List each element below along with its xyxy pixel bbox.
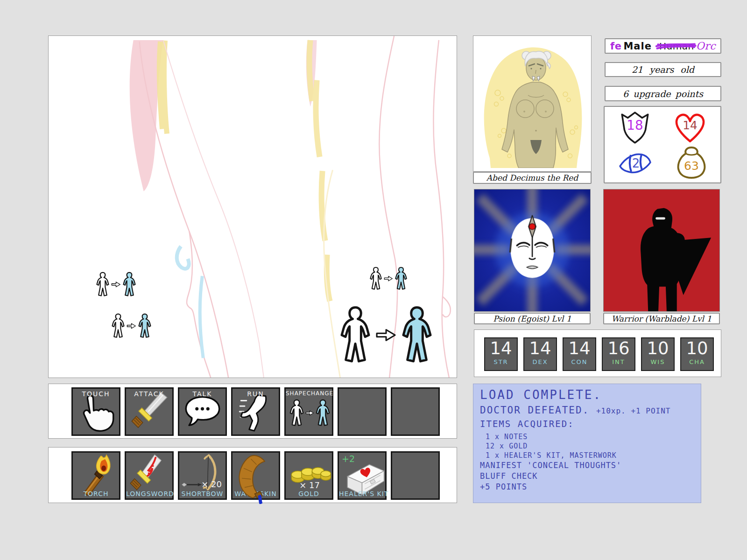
attr-cha[interactable]: 10 CHA bbox=[680, 337, 714, 371]
action-label: TOUCH bbox=[73, 390, 119, 398]
item-label: SHORTBOW bbox=[179, 490, 226, 497]
item-shortbow[interactable]: × 20 SHORTBOW bbox=[178, 451, 227, 500]
inventory-bar: TORCH LONGSWORD × 20 SHO bbox=[48, 447, 457, 503]
age-box: 21 years old bbox=[605, 62, 721, 77]
item-label: TORCH bbox=[73, 490, 119, 497]
log-line: DOCTOR DEFEATED. +10xp. +1 POINT bbox=[480, 405, 694, 416]
race-crossed-out: Human bbox=[659, 41, 694, 52]
item-count: × 20 bbox=[201, 479, 222, 489]
gold-value: 63 bbox=[684, 159, 699, 173]
action-shapechange[interactable]: SHAPECHANGE bbox=[284, 387, 333, 436]
person-transform-icon bbox=[289, 399, 331, 427]
action-bar: TOUCH ATTACK TALK RUN bbox=[48, 384, 457, 439]
log-line: MANIFEST 'CONCEAL THOUGHTS' bbox=[480, 460, 694, 471]
item-healers-kit[interactable]: +2 HEALER'S KIT bbox=[338, 451, 387, 500]
log-line: 1 x NOTES bbox=[486, 432, 694, 441]
item-slot-empty bbox=[391, 451, 440, 500]
item-longsword[interactable]: LONGSWORD bbox=[125, 451, 174, 500]
psion-face-drawing bbox=[474, 189, 590, 311]
waterskin-icon bbox=[233, 453, 279, 504]
attributes-bar: 14 STR 14 DEX 14 CON 16 INT 10 WIS 10 CH… bbox=[474, 329, 721, 377]
attr-int[interactable]: 16 INT bbox=[602, 337, 635, 371]
attr-con[interactable]: 14 CON bbox=[563, 337, 596, 371]
shapechange-marker[interactable] bbox=[95, 272, 137, 297]
warrior-class-label: Warrior (Warblade) Lvl 1 bbox=[603, 313, 720, 324]
money-bag-icon: 63 bbox=[673, 146, 707, 179]
log-line: +5 POINTS bbox=[480, 482, 694, 492]
game-root: TOUCH ATTACK TALK RUN bbox=[0, 0, 747, 560]
action-attack[interactable]: ATTACK bbox=[125, 387, 174, 436]
attr-wis[interactable]: 10 WIS bbox=[641, 337, 675, 371]
vitals-box: 18 14 2 63 bbox=[604, 106, 721, 183]
action-talk[interactable]: TALK bbox=[178, 387, 227, 436]
shapechange-marker[interactable] bbox=[111, 313, 152, 339]
action-label: ATTACK bbox=[126, 390, 172, 398]
shapechange-marker-large[interactable] bbox=[338, 306, 434, 364]
message-log[interactable]: LOAD COMPLETE. DOCTOR DEFEATED. +10xp. +… bbox=[473, 384, 701, 503]
psion-class-label: Psion (Egoist) Lvl 1 bbox=[474, 313, 591, 324]
gender-prefix: fe bbox=[610, 41, 621, 52]
item-label: GOLD bbox=[286, 490, 332, 497]
scribble-strikethrough bbox=[655, 41, 696, 52]
action-slot-empty bbox=[338, 387, 387, 436]
item-waterskin[interactable]: WATERSKIN bbox=[231, 451, 280, 500]
drawing-canvas[interactable] bbox=[48, 35, 457, 378]
log-line: BLUFF CHECK bbox=[480, 471, 694, 482]
action-slot-empty bbox=[391, 387, 440, 436]
character-name: Abed Decimus the Red bbox=[473, 172, 592, 184]
perception-value: 2 bbox=[632, 156, 640, 170]
attr-dex[interactable]: 14 DEX bbox=[523, 337, 557, 371]
orc-woman-portrait-drawing bbox=[477, 39, 588, 168]
log-line: 12 x GOLD bbox=[486, 441, 694, 451]
log-line: LOAD COMPLETE. bbox=[480, 388, 694, 402]
warrior-silhouette-drawing bbox=[604, 189, 719, 311]
heart-icon: 14 bbox=[673, 111, 707, 144]
attr-str[interactable]: 14 STR bbox=[484, 337, 518, 371]
action-run[interactable]: RUN bbox=[231, 387, 280, 436]
item-torch[interactable]: TORCH bbox=[71, 451, 120, 500]
action-label: RUN bbox=[233, 390, 279, 398]
race-label: Orc bbox=[696, 40, 716, 52]
action-label: SHAPECHANGE bbox=[286, 390, 332, 397]
health-value: 14 bbox=[683, 119, 697, 132]
item-gold[interactable]: × 17 GOLD bbox=[284, 451, 333, 500]
action-label: TALK bbox=[179, 390, 226, 398]
log-line: ITEMS ACQUIRED: bbox=[480, 419, 694, 429]
psion-portrait[interactable] bbox=[474, 189, 591, 312]
eye-icon: 2 bbox=[616, 147, 654, 177]
armor-value: 18 bbox=[627, 118, 643, 133]
character-portrait[interactable] bbox=[473, 35, 592, 172]
item-count: × 17 bbox=[299, 480, 320, 490]
item-bonus: +2 bbox=[342, 454, 355, 464]
action-touch[interactable]: TOUCH bbox=[71, 387, 120, 436]
warrior-portrait[interactable] bbox=[603, 189, 720, 312]
gender-label: Male bbox=[623, 41, 652, 52]
character-name-text: Abed Decimus the Red bbox=[486, 173, 578, 182]
gender-race-box[interactable]: feMale Human Orc bbox=[605, 38, 721, 54]
log-line: 1 x HEALER'S KIT, MASTERWORK bbox=[486, 451, 694, 460]
shapechange-marker[interactable] bbox=[369, 266, 408, 291]
upgrade-points-box[interactable]: 6 upgrade points bbox=[605, 86, 721, 101]
item-label: HEALER'S KIT bbox=[339, 490, 385, 497]
shield-icon: 18 bbox=[618, 110, 652, 145]
item-label: LONGSWORD bbox=[126, 490, 172, 497]
